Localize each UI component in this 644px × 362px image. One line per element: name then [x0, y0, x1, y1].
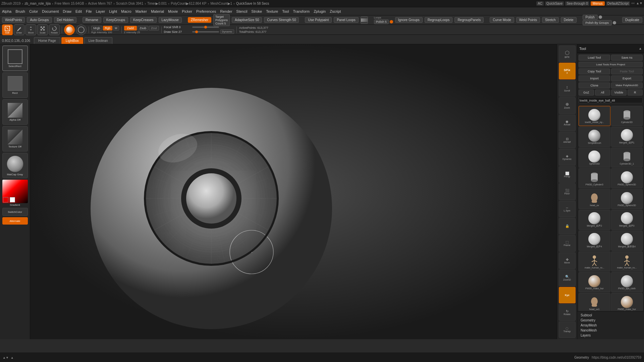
regroup-panels-btn[interactable]: RegroupPanels	[454, 17, 484, 23]
copy-tool-btn[interactable]: Copy Tool	[579, 68, 610, 74]
menu-item-brush[interactable]: Brush	[13, 9, 27, 14]
tool-item-17[interactable]: PM3D_lijia_cloth	[611, 272, 643, 292]
keep-creases-btn[interactable]: KeepCreases	[130, 17, 157, 23]
line-fill-display[interactable]	[361, 16, 368, 24]
r-btn[interactable]: R	[628, 89, 643, 96]
subtool-item-arraymesh[interactable]: ArrayMesh	[579, 323, 642, 328]
focal-shift-slider[interactable]	[192, 26, 219, 28]
aahalf-btn[interactable]: ⊟ AAHalf	[559, 132, 576, 148]
menu-item-preferences[interactable]: Preferences	[194, 9, 218, 14]
alternate-btn[interactable]: Alternate	[2, 217, 28, 225]
zremesher-btn[interactable]: ZRemesher	[188, 17, 211, 23]
move-tray-btn[interactable]: ✥ Move	[559, 252, 576, 269]
target-polygons[interactable]: Target Polygons Count 5	[213, 14, 230, 26]
menu-item-light[interactable]: Light	[107, 9, 119, 14]
subtool-item-geometry[interactable]: Geometry	[579, 318, 642, 323]
local-btn[interactable]: 🔒	[559, 218, 576, 234]
floor-btn[interactable]: ⬛ Floor	[559, 183, 576, 200]
m-btn[interactable]: M	[113, 26, 119, 31]
export-btn[interactable]: Export	[611, 75, 643, 81]
tool-item-15[interactable]: make_human_ro...	[611, 251, 643, 272]
load-tool-btn[interactable]: Load Tool	[579, 55, 610, 61]
rotate-btn[interactable]: Rotate	[49, 24, 60, 35]
tool-item-18[interactable]: head_uv1	[579, 293, 610, 311]
menus-btn[interactable]: Menus	[591, 1, 605, 6]
switch-color-btn[interactable]: SwitchColor	[2, 208, 28, 216]
bpr-btn[interactable]: ⬡ BPR	[559, 46, 576, 62]
stretch-btn[interactable]: Stretch	[542, 17, 559, 23]
ac-btn[interactable]: AC	[536, 1, 544, 6]
menu-item-render[interactable]: Render	[218, 9, 234, 14]
tool-item-10[interactable]: Merged_葫芦2	[579, 210, 610, 230]
dynamic-btn[interactable]: Dynamic	[220, 29, 234, 34]
all-btn[interactable]: All	[595, 89, 610, 96]
quicksave-btn[interactable]: QuickSave	[545, 1, 564, 6]
edit-btn[interactable]: Edit	[2, 24, 13, 35]
tool-item-0[interactable]: low06_inside_ey...	[579, 106, 610, 126]
zcut-btn[interactable]: Zcut	[149, 26, 159, 31]
menu-item-macro[interactable]: Macro	[119, 9, 133, 14]
zoomd-btn[interactable]: 🔍 ZoomD	[559, 269, 576, 286]
tool-item-9[interactable]: PM3D_Sphere3D	[611, 189, 643, 209]
menu-item-color[interactable]: Color	[27, 9, 40, 14]
draw-btn[interactable]: Draw	[14, 24, 24, 35]
menu-item-transform[interactable]: Transform	[291, 9, 312, 14]
menu-item-edit[interactable]: Edit	[73, 9, 84, 14]
tool-item-11[interactable]: Merged_葫芦3	[611, 210, 643, 230]
matcap-ball[interactable]: MatCap Gray	[2, 153, 28, 178]
use-polypaint-btn[interactable]: Use Polypaint	[305, 17, 332, 23]
menu-item-document[interactable]: Document	[40, 9, 61, 14]
adaptive-size-btn[interactable]: AdaptiveSize 50	[232, 17, 262, 23]
spix-btn[interactable]: SPix 3	[559, 63, 576, 79]
default-zscript[interactable]: DefaultZScript	[606, 1, 630, 6]
sphere-outline-btn[interactable]	[76, 24, 87, 35]
tool-item-12[interactable]: Merged_葫芦4	[579, 231, 610, 251]
alpha-off-btn[interactable]: Alpha Off	[2, 99, 28, 125]
import-btn[interactable]: Import	[579, 75, 610, 81]
make-polymesh-btn[interactable]: Make PolyMesh3D	[611, 82, 643, 88]
visible-btn[interactable]: Visible	[611, 89, 627, 96]
xyz-btn[interactable]: Xyz	[559, 287, 576, 303]
duplicate-btn[interactable]: Duplicate	[622, 17, 642, 23]
menu-item-alpha[interactable]: Alpha	[0, 9, 13, 14]
color-swatch-red[interactable]	[3, 197, 8, 202]
zadd-btn[interactable]: Zadd	[124, 26, 137, 31]
tool-item-19[interactable]: PM3D_make_hur	[611, 293, 643, 311]
tool-header-arrow[interactable]: ▲	[639, 47, 642, 50]
bottom-arrow[interactable]: ▲	[11, 356, 14, 359]
menu-item-tool[interactable]: Tool	[280, 9, 291, 14]
weld-points-btn[interactable]: WeldPoints	[2, 17, 25, 23]
tool-item-3[interactable]: Merged_葫芦1	[611, 127, 643, 147]
polish-value[interactable]: Polish 5	[374, 19, 389, 24]
tool-item-5[interactable]: Cylinder3D_1	[611, 147, 643, 168]
menu-item-marker[interactable]: Marker	[133, 9, 149, 14]
texture-off-btn[interactable]: Texture Off	[2, 126, 28, 152]
menu-item-stroke[interactable]: Stroke	[249, 9, 264, 14]
del-hidden-btn[interactable]: Del Hidden	[54, 17, 76, 23]
rotate-tray-btn[interactable]: ↻ Rotate	[559, 304, 576, 320]
frame-btn[interactable]: ⬚ Frame	[559, 235, 576, 251]
paste-tool-btn[interactable]: Paste Tool	[611, 68, 643, 74]
ignore-groups-btn[interactable]: Ignore Groups	[395, 17, 423, 23]
lsym-btn[interactable]: ↔ L.Sym	[559, 201, 576, 217]
load-from-project-btn[interactable]: Load Tools From Project	[579, 62, 643, 67]
menu-item-layer[interactable]: Layer	[94, 9, 107, 14]
panel-loops-btn[interactable]: Panel Loops	[334, 17, 359, 23]
subtool-item-layers[interactable]: Layers	[579, 333, 642, 338]
rename-btn[interactable]: Rename	[83, 17, 101, 23]
delete-btn[interactable]: Delete	[561, 17, 577, 23]
menu-item-picker[interactable]: Picker	[180, 9, 194, 14]
move-btn[interactable]: Move	[25, 24, 36, 35]
sphere-fill-btn[interactable]	[64, 24, 75, 35]
viewport-canvas[interactable]	[30, 44, 557, 339]
zoom-btn[interactable]: ⊕ Zoom	[559, 97, 576, 114]
tool-item-6[interactable]: PM3D_Cylinder3	[579, 168, 610, 188]
draw-size-slider[interactable]	[192, 31, 219, 33]
zsub-btn[interactable]: Zsub	[138, 26, 148, 31]
curves-strength-btn[interactable]: Curves Strength 50	[264, 17, 299, 23]
menu-item-draw[interactable]: Draw	[61, 9, 73, 14]
scale-btn[interactable]: Scale	[37, 24, 48, 35]
tool-item-7[interactable]: PM3D_Sphere3D	[611, 168, 643, 188]
tool-item-8[interactable]: head_uv	[579, 189, 610, 209]
lazy-mouse-btn[interactable]: LazyMouse	[159, 17, 182, 23]
